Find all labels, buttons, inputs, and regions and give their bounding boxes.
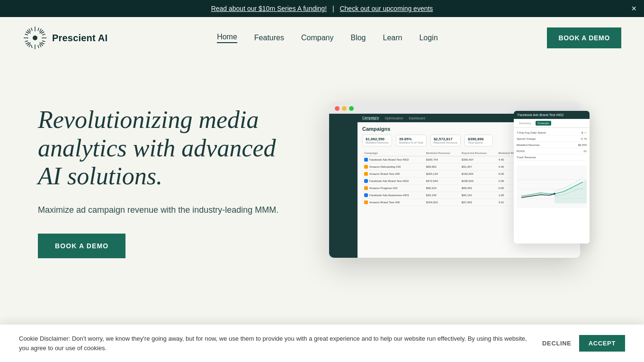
nav-login[interactable]: Login: [419, 34, 438, 42]
nav-features[interactable]: Features: [254, 34, 284, 42]
panel-row: Modeled Revenue$6,050: [517, 142, 587, 148]
panel-row: Track Revenue: [517, 154, 587, 161]
svg-line-14: [31, 45, 32, 48]
panel-tab-forecast[interactable]: Forecast: [536, 121, 551, 126]
col-campaign: Campaign: [362, 150, 424, 156]
dot-green: [349, 106, 354, 111]
header: Prescient AI Home Features Company Blog …: [0, 17, 644, 59]
panel-tabs: Summary Forecast: [514, 119, 590, 128]
svg-line-9: [31, 28, 32, 31]
nav-learn[interactable]: Learn: [383, 34, 402, 42]
tab-campaigns: Campaigns: [362, 116, 379, 120]
metric-modeled-revenue: $1,982,590 Modeled Revenue: [362, 135, 392, 146]
col-rr: Reported Revenue: [460, 150, 497, 156]
main-nav: Home Features Company Blog Learn Login: [217, 33, 438, 43]
hero-content: Revolutionizing media analytics with adv…: [38, 106, 284, 258]
metric-modeled-pct: 39.85% Modeled % of Total: [396, 135, 427, 146]
panel-overlay: Facebook Ads Brand Test #002 Summary For…: [514, 111, 590, 244]
panel-row: 7-Day Avg Daily Spend$ —: [517, 130, 587, 136]
separator: |: [332, 5, 334, 12]
svg-line-10: [38, 45, 39, 48]
svg-line-21: [41, 32, 45, 34]
svg-line-15: [42, 34, 45, 35]
panel-title: Facebook Ads Brand Test #002: [514, 111, 590, 119]
close-announcement-button[interactable]: ×: [631, 4, 636, 14]
svg-point-30: [554, 193, 555, 195]
dash-sidebar: [329, 114, 358, 258]
panel-chart: [514, 163, 590, 210]
hero-cta-button[interactable]: BOOK A DEMO: [38, 234, 125, 258]
svg-line-24: [29, 44, 31, 47]
svg-point-0: [33, 36, 37, 40]
svg-line-18: [40, 44, 42, 47]
svg-line-12: [42, 41, 45, 42]
metric-reported-revenue: $2,572,817 Reported Revenue: [430, 135, 461, 146]
panel-rows: 7-Day Avg Daily Spend$ — Spend Change5, …: [514, 128, 590, 163]
header-book-demo-button[interactable]: BOOK A DEMO: [547, 27, 621, 48]
nav-home[interactable]: Home: [217, 33, 237, 43]
logo-text: Prescient AI: [52, 33, 107, 44]
svg-line-11: [25, 34, 28, 35]
svg-line-23: [41, 43, 45, 45]
svg-line-16: [25, 41, 28, 42]
panel-row: Spend Change5, %: [517, 136, 587, 142]
funding-link[interactable]: Read about our $10m Series A funding!: [211, 5, 327, 12]
logo-icon: [23, 26, 47, 50]
dot-yellow: [342, 106, 347, 111]
hero-headline: Revolutionizing media analytics with adv…: [38, 106, 284, 190]
svg-line-17: [29, 29, 31, 32]
dashboard-wrapper: Campaigns Optimization Dashboard Campaig…: [329, 101, 580, 262]
nav-company[interactable]: Company: [301, 34, 333, 42]
hero-section: Revolutionizing media analytics with adv…: [0, 59, 644, 315]
forecast-chart: [517, 165, 587, 208]
svg-line-13: [38, 28, 39, 31]
svg-line-20: [40, 29, 42, 32]
svg-line-22: [26, 32, 29, 34]
hero-subtext: Maximize ad campaign revenue with the in…: [38, 204, 284, 217]
events-link[interactable]: Check out our upcoming events: [340, 5, 433, 12]
dot-red: [335, 106, 340, 111]
panel-row: ROAS21: [517, 148, 587, 154]
announcement-bar: Read about our $10m Series A funding! | …: [0, 0, 644, 17]
col-mr: Modeled Revenue: [424, 150, 460, 156]
logo[interactable]: Prescient AI: [23, 26, 107, 50]
svg-line-19: [26, 43, 29, 45]
metric-total-spend: $390,896 Total Spend: [465, 135, 493, 146]
nav-blog[interactable]: Blog: [350, 34, 366, 42]
panel-tab-summary[interactable]: Summary: [517, 121, 534, 126]
tab-optimization: Optimization: [385, 117, 403, 120]
tab-dashboard: Dashboard: [409, 117, 425, 120]
hero-dashboard: Campaigns Optimization Dashboard Campaig…: [303, 101, 606, 262]
